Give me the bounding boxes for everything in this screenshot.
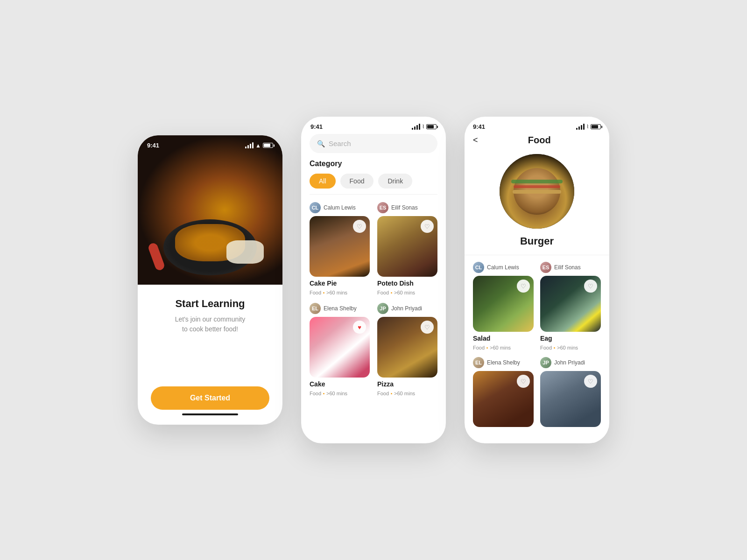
detail-recipe-name-salad: Salad — [473, 335, 534, 342]
avatar-eilif: ES — [377, 202, 388, 213]
recipe-author-eilif: ES Eilif Sonas — [377, 202, 437, 213]
recipe-name-cakepie: Cake Pie — [310, 280, 370, 287]
detail-card-salad: CL Calum Lewis ♡ Salad Food>60 mins — [473, 262, 534, 350]
burger-visual — [500, 154, 574, 229]
search-bar[interactable]: 🔍 Search — [310, 134, 437, 153]
status-icons-2: ⌇ — [412, 124, 437, 130]
back-button[interactable]: < — [473, 135, 478, 145]
detail-avatar-john2: JP — [540, 357, 551, 368]
detail-card-egg: ES Eilif Sonas ♡ Eag Food>60 mins — [540, 262, 601, 350]
hero-food-name: Burger — [465, 235, 609, 255]
recipe-meta-cakepie: Food >60 mins — [310, 290, 370, 295]
search-placeholder: Search — [329, 140, 351, 147]
recipe-author-john: JP John Priyadi — [377, 303, 437, 314]
detail-avatar-elena2: EL — [473, 357, 484, 368]
recipe-card-pizza: JP John Priyadi ♡ Pizza Food >60 mins — [377, 303, 437, 396]
heart-button-cake[interactable]: ♥ — [353, 321, 366, 334]
battery-icon — [263, 143, 273, 148]
heart-button-bottom1[interactable]: ♡ — [517, 375, 530, 388]
heart-button-pizza[interactable]: ♡ — [421, 321, 434, 334]
heart-button-bottom2[interactable]: ♡ — [584, 375, 597, 388]
recipe-image-poteto: ♡ — [377, 216, 437, 277]
detail-author-name-elena2: Elena Shelby — [487, 359, 520, 366]
status-icons: ▲ — [245, 142, 273, 149]
category-label: Category — [310, 160, 437, 168]
status-icons-3: ⌇ — [576, 124, 601, 130]
recipe-meta-pizza: Food >60 mins — [377, 391, 437, 396]
wifi-icon: ▲ — [255, 142, 261, 149]
battery-icon-2 — [426, 124, 437, 129]
heart-button-cakepie[interactable]: ♡ — [353, 220, 366, 233]
phone-browse: 9:41 ⌇ 🔍 Search Category All Food Drink — [301, 117, 446, 443]
status-time-2: 9:41 — [310, 123, 323, 130]
battery-icon-3 — [591, 124, 601, 129]
divider — [310, 194, 437, 195]
status-bar-2: 9:41 ⌇ — [301, 117, 446, 134]
recipe-author-elena: EL Elena Shelby — [310, 303, 370, 314]
wifi-icon-3: ⌇ — [586, 124, 589, 130]
detail-avatar-calum: CL — [473, 262, 484, 273]
recipe-name-pizza: Pizza — [377, 380, 437, 388]
detail-author-john2: JP John Priyadi — [540, 357, 601, 368]
detail-nav: < Food — [473, 135, 601, 146]
recipe-card-cake: EL Elena Shelby ♥ Cake Food >60 mins — [310, 303, 370, 396]
get-started-button[interactable]: Get Started — [151, 386, 269, 410]
category-section: Category All Food Drink — [301, 160, 446, 194]
recipe-name-poteto: Poteto Dish — [377, 280, 437, 287]
author-name-eilif: Eilif Sonas — [391, 204, 418, 211]
status-time-3: 9:41 — [473, 123, 485, 130]
hero-food-image: 9:41 ▲ — [138, 135, 282, 285]
page-title-wrap: Food — [478, 135, 601, 146]
detail-status-bar: 9:41 ⌇ — [473, 123, 601, 130]
detail-header: 9:41 ⌇ < Food — [465, 117, 609, 149]
signal-icon — [245, 142, 254, 148]
detail-image-bottom1: ♡ — [473, 371, 534, 427]
pill-all[interactable]: All — [310, 174, 336, 189]
detail-image-egg: ♡ — [540, 276, 601, 332]
phone-onboarding: 9:41 ▲ Start Learning Let's join our com… — [138, 135, 282, 425]
detail-author-elena2: EL Elena Shelby — [473, 357, 534, 368]
detail-card-john2: JP John Priyadi ♡ — [540, 357, 601, 427]
pill-drink[interactable]: Drink — [378, 174, 412, 189]
onboarding-text: Start Learning Let's join our communityt… — [175, 298, 246, 334]
category-pills: All Food Drink — [310, 174, 437, 189]
recipe-card-poteto: ES Eilif Sonas ♡ Poteto Dish Food >60 mi… — [377, 202, 437, 295]
search-icon: 🔍 — [317, 140, 325, 147]
detail-image-bottom2: ♡ — [540, 371, 601, 427]
recipe-image-cake: ♥ — [310, 317, 370, 378]
heart-button-salad[interactable]: ♡ — [517, 280, 530, 293]
signal-icon-3 — [576, 124, 585, 130]
detail-author-calum: CL Calum Lewis — [473, 262, 534, 273]
author-name-john: John Priyadi — [391, 305, 422, 312]
detail-recipes-section: CL Calum Lewis ♡ Salad Food>60 mins ES — [465, 255, 609, 443]
status-time: 9:41 — [147, 142, 159, 149]
heart-button-poteto[interactable]: ♡ — [421, 220, 434, 233]
detail-avatar-eilif2: ES — [540, 262, 551, 273]
recipe-meta-poteto: Food >60 mins — [377, 290, 437, 295]
heart-button-egg[interactable]: ♡ — [584, 280, 597, 293]
hero-image-circle — [500, 154, 574, 229]
detail-author-eilif2: ES Eilif Sonas — [540, 262, 601, 273]
detail-recipe-meta-egg: Food>60 mins — [540, 345, 601, 350]
onboard-subtitle: Let's join our communityto cook better f… — [175, 315, 246, 334]
wifi-icon-2: ⌇ — [422, 124, 424, 130]
detail-card-elena2: EL Elena Shelby ♡ — [473, 357, 534, 427]
author-name-calum: Calum Lewis — [324, 204, 356, 211]
pill-food[interactable]: Food — [340, 174, 374, 189]
avatar-calum: CL — [310, 202, 321, 213]
recipe-author-calum: CL Calum Lewis — [310, 202, 370, 213]
phone-detail: 9:41 ⌇ < Food — [465, 117, 609, 443]
status-bar: 9:41 ▲ — [138, 135, 282, 149]
detail-author-name-john2: John Priyadi — [554, 359, 585, 366]
detail-recipe-name-egg: Eag — [540, 335, 601, 342]
recipe-image-pizza: ♡ — [377, 317, 437, 378]
signal-icon-2 — [412, 124, 420, 130]
detail-recipes-grid: CL Calum Lewis ♡ Salad Food>60 mins ES — [473, 262, 601, 427]
recipe-image-cakepie: ♡ — [310, 216, 370, 277]
avatar-elena: EL — [310, 303, 321, 314]
detail-page-title: Food — [528, 135, 551, 145]
recipe-meta-cake: Food >60 mins — [310, 391, 370, 396]
onboarding-body: Start Learning Let's join our communityt… — [138, 285, 282, 425]
detail-recipe-meta-salad: Food>60 mins — [473, 345, 534, 350]
avatar-john: JP — [377, 303, 388, 314]
